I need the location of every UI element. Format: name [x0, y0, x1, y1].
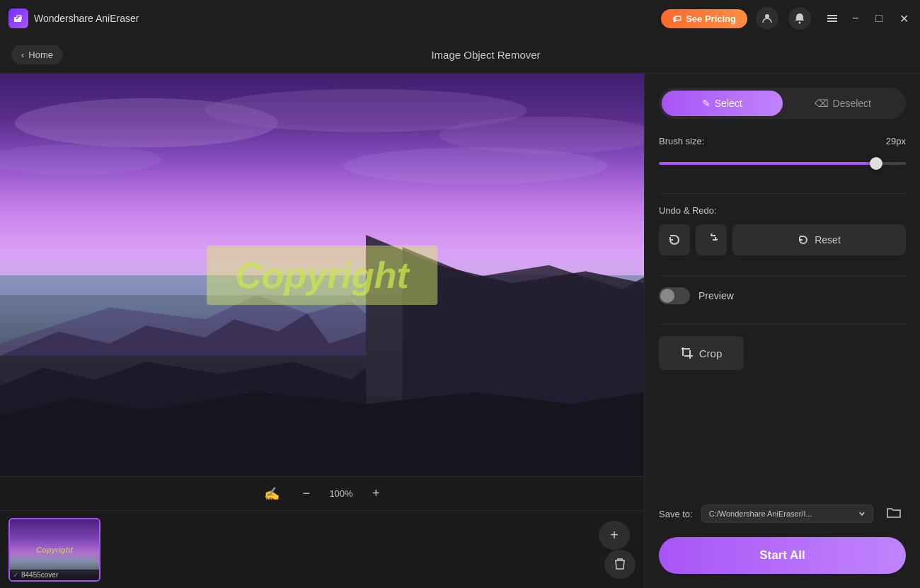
undo-button[interactable]: [659, 224, 690, 255]
save-to-label: Save to:: [659, 509, 693, 519]
brush-size-section: Brush size: 29px: [659, 136, 906, 168]
crop-button[interactable]: Crop: [659, 336, 744, 370]
zoom-level: 100%: [327, 488, 355, 499]
right-panel: ✎ Select ⌫ Deselect Brush size: 29px Und…: [644, 74, 920, 588]
undo-redo-section: Undo & Redo:: [659, 205, 906, 255]
preview-toggle[interactable]: [659, 287, 690, 304]
undo-redo-label: Undo & Redo:: [659, 205, 906, 216]
divider-3: [659, 324, 906, 325]
home-button[interactable]: ‹ Home: [11, 45, 63, 64]
divider-2: [659, 275, 906, 276]
hand-tool-button[interactable]: ✍: [258, 483, 285, 505]
add-media-button[interactable]: +: [599, 521, 630, 550]
svg-point-4: [798, 22, 800, 24]
start-all-button[interactable]: Start All: [659, 537, 906, 574]
image-scene: Copyright: [0, 74, 644, 476]
image-container[interactable]: Copyright: [0, 74, 644, 476]
select-deselect-toggle: ✎ Select ⌫ Deselect: [659, 88, 906, 119]
thumbnail-action-buttons: +: [599, 518, 636, 582]
thumbnail-label: ✓ 84455cover: [10, 570, 99, 580]
eraser-icon: ⌫: [815, 98, 829, 109]
copyright-overlay: Copyright: [207, 246, 437, 305]
canvas-toolbar: ✍ − 100% +: [0, 476, 644, 510]
reset-button[interactable]: Reset: [732, 224, 906, 255]
copyright-text: Copyright: [235, 255, 409, 296]
brush-size-label-row: Brush size: 29px: [659, 136, 906, 146]
preview-section: Preview: [659, 287, 906, 304]
svg-rect-1: [16, 15, 22, 20]
thumbnail-item[interactable]: Copyright ✓ 84455cover: [8, 518, 100, 582]
title-bar: Wondershare AniEraser 🏷 See Pricing −: [0, 0, 920, 37]
window-controls: − □ ✕: [849, 9, 912, 28]
zoom-out-button[interactable]: −: [297, 483, 316, 504]
tag-icon: 🏷: [672, 13, 682, 24]
canvas-area: Copyright ✍ − 100% +: [0, 74, 644, 510]
close-button[interactable]: ✕: [897, 9, 912, 28]
save-path-select[interactable]: C:/Wondershare AniEraser/I...: [701, 505, 873, 523]
title-bar-icons: [756, 7, 844, 30]
nav-bar: ‹ Home Image Object Remover: [0, 37, 920, 74]
divider-1: [659, 193, 906, 194]
redo-button[interactable]: [696, 224, 727, 255]
brush-size-value: 29px: [886, 136, 906, 146]
preview-label: Preview: [698, 290, 734, 301]
svg-point-12: [344, 147, 607, 184]
svg-point-11: [0, 144, 161, 175]
page-title: Image Object Remover: [63, 49, 909, 61]
notification-icon[interactable]: [788, 7, 811, 30]
svg-rect-7: [827, 21, 837, 22]
app-logo: [8, 8, 28, 28]
zoom-in-button[interactable]: +: [367, 483, 386, 504]
chevron-down-icon: [858, 510, 866, 517]
user-icon[interactable]: [756, 7, 778, 30]
see-pricing-button[interactable]: 🏷 See Pricing: [661, 9, 747, 28]
menu-icon[interactable]: [821, 7, 844, 30]
thumbnail-check-icon: ✓: [13, 571, 18, 579]
deselect-button[interactable]: ⌫ Deselect: [783, 91, 904, 116]
svg-rect-5: [827, 15, 837, 16]
left-column: Copyright ✍ − 100% + Copyright ✓ 84455c: [0, 74, 644, 588]
undo-redo-buttons: Reset: [659, 224, 906, 255]
delete-media-button[interactable]: [604, 550, 636, 579]
open-folder-button[interactable]: [882, 502, 906, 526]
thumbnail-bar: Copyright ✓ 84455cover +: [0, 510, 644, 588]
svg-point-3: [765, 14, 769, 18]
spacer: [659, 384, 906, 502]
brush-icon: ✎: [702, 98, 711, 109]
svg-rect-6: [827, 18, 837, 19]
brush-size-slider[interactable]: [659, 162, 906, 165]
select-button[interactable]: ✎ Select: [662, 91, 783, 116]
save-to-row: Save to: C:/Wondershare AniEraser/I...: [659, 502, 906, 526]
right-panel-bottom: Save to: C:/Wondershare AniEraser/I... S…: [659, 502, 906, 588]
thumbnail-copyright-text: Copyright: [36, 546, 73, 554]
minimize-button[interactable]: −: [849, 9, 861, 28]
chevron-left-icon: ‹: [21, 50, 24, 60]
main-content: Copyright ✍ − 100% + Copyright ✓ 84455c: [0, 74, 920, 588]
app-title: Wondershare AniEraser: [34, 13, 661, 24]
maximize-button[interactable]: □: [873, 9, 885, 28]
